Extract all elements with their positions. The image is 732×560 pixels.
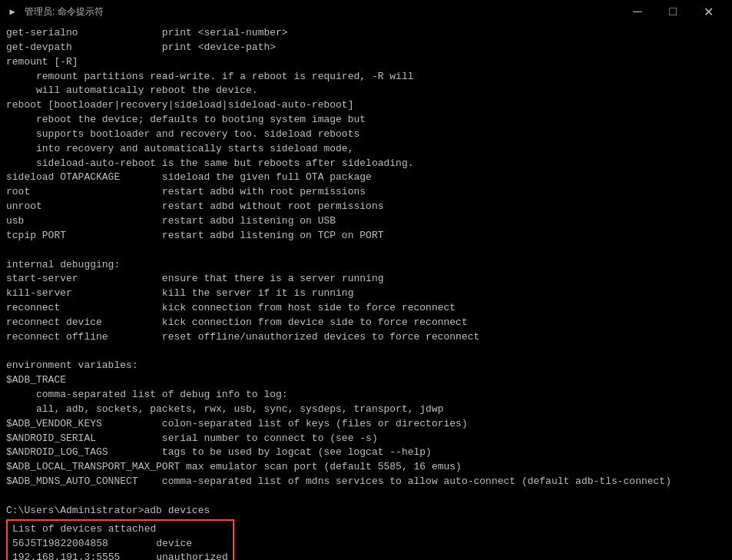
- window-container: ▶ 管理员: 命令提示符 ─ □ ✕ get-serialno print <s…: [0, 0, 732, 560]
- console-line: $ADB_MDNS_AUTO_CONNECT comma-separated l…: [6, 475, 726, 489]
- title-bar-title: 管理员: 命令提示符: [25, 5, 104, 18]
- console-line: remount [-R]: [6, 55, 726, 70]
- console-line: [6, 489, 726, 504]
- console-area: get-serialno print <serial-number> get-d…: [0, 23, 732, 560]
- close-button[interactable]: ✕: [691, 0, 726, 23]
- console-line: will automatically reboot the device.: [6, 84, 726, 98]
- highlighted-word-the: the: [234, 273, 251, 284]
- console-line: tcpip PORT restart adbd listening on TCP…: [6, 229, 726, 244]
- device-row-2: 192.168.191.3:5555 unauthorized: [12, 551, 228, 560]
- console-line: sideload-auto-reboot is the same but reb…: [6, 157, 726, 171]
- console-line: start-server ensure that there is a serv…: [6, 272, 726, 287]
- console-line: [6, 345, 726, 360]
- console-line: [6, 244, 726, 258]
- minimize-button[interactable]: ─: [620, 0, 655, 23]
- console-line: root restart adbd with root permissions: [6, 185, 726, 200]
- console-line: $ADB_TRACE: [6, 373, 726, 388]
- console-line: $ANDROID_SERIAL serial number to connect…: [6, 432, 726, 446]
- cmd-icon: ▶: [6, 5, 18, 18]
- console-line: kill-server kill the server if it is run…: [6, 287, 726, 301]
- adb-command-line: C:\Users\Administrator>adb devices: [6, 504, 726, 519]
- console-line: internal debugging:: [6, 258, 726, 273]
- console-line: all, adb, sockets, packets, rwx, usb, sy…: [6, 403, 726, 417]
- console-line: get-serialno print <serial-number>: [6, 26, 726, 41]
- console-line: unroot restart adbd without root permiss…: [6, 200, 726, 214]
- console-line: remount partitions read-write. if a rebo…: [6, 70, 726, 84]
- console-line: reboot the device; defaults to booting s…: [6, 113, 726, 128]
- console-line: usb restart adbd listening on USB: [6, 214, 726, 229]
- console-line: reconnect device kick connection from de…: [6, 316, 726, 330]
- console-line: reboot [bootloader|recovery|sideload|sid…: [6, 98, 726, 113]
- devices-output-section: List of devices attached 56J5T1982200485…: [6, 519, 234, 560]
- console-line: get-devpath print <device-path>: [6, 41, 726, 55]
- devices-header: List of devices attached: [12, 522, 228, 537]
- title-bar-left: ▶ 管理员: 命令提示符: [6, 5, 104, 18]
- console-line: comma-separated list of debug info to lo…: [6, 388, 726, 403]
- console-line: reconnect offline reset offline/unauthor…: [6, 330, 726, 345]
- console-line: supports bootloader and recovery too. si…: [6, 128, 726, 142]
- restore-button[interactable]: □: [655, 0, 691, 23]
- console-line: $ANDROID_LOG_TAGS tags to be used by log…: [6, 446, 726, 460]
- console-line: $ADB_VENDOR_KEYS colon-separated list of…: [6, 417, 726, 432]
- console-line: reconnect kick connection from host side…: [6, 301, 726, 316]
- title-bar: ▶ 管理员: 命令提示符 ─ □ ✕: [0, 0, 732, 23]
- title-bar-controls: ─ □ ✕: [620, 0, 726, 23]
- console-line: environment variables:: [6, 359, 726, 373]
- console-line: $ADB_LOCAL_TRANSPORT_MAX_PORT max emulat…: [6, 460, 726, 475]
- device-row-1: 56J5T19822004858 device: [12, 537, 228, 552]
- console-line: sideload OTAPACKAGE sideload the given f…: [6, 171, 726, 185]
- console-line: into recovery and automatically starts s…: [6, 142, 726, 157]
